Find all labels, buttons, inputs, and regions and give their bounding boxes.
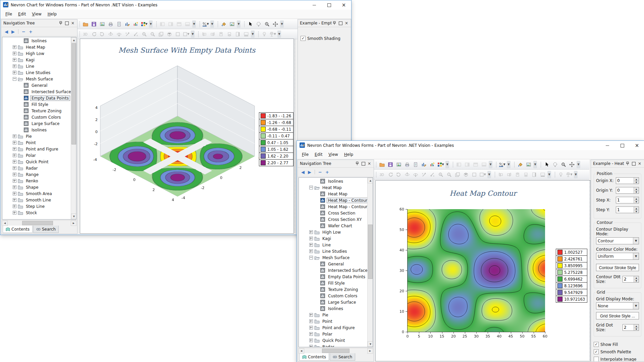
expand-icon[interactable] <box>13 71 16 74</box>
collapse-icon[interactable]: − <box>22 29 25 34</box>
pin-icon[interactable] <box>625 161 631 166</box>
close-panel-icon[interactable]: × <box>70 20 76 26</box>
toolbar-overflow-icon[interactable]: ▼ <box>574 171 578 178</box>
tree-item-heat-map-contour[interactable]: Heat Map - Contour <box>299 197 367 203</box>
expand-icon[interactable] <box>309 319 313 323</box>
expand-icon[interactable] <box>309 243 313 247</box>
expand-icon[interactable] <box>13 185 16 189</box>
zoom-select-icon[interactable] <box>263 20 271 28</box>
tree-item-shape[interactable]: Shape <box>2 184 71 190</box>
menu-edit[interactable]: Edit <box>15 10 29 18</box>
print-icon[interactable] <box>403 161 411 169</box>
tree-item-pie[interactable]: Pie <box>2 133 71 139</box>
lasso-icon[interactable] <box>254 20 263 28</box>
tree-item-wafer-chart[interactable]: Wafer Chart <box>299 223 367 229</box>
origin-y-stepper[interactable]: ▲▼ <box>616 187 639 194</box>
contour-color-mode-select[interactable]: Uniform ▼ <box>596 253 639 260</box>
tab-search[interactable]: Search <box>330 353 355 361</box>
close-panel-icon[interactable]: × <box>343 20 350 26</box>
expand-icon[interactable]: + <box>325 170 329 175</box>
lasso-icon[interactable] <box>551 161 559 169</box>
step-y-stepper[interactable]: ▲▼ <box>616 206 639 213</box>
float-icon[interactable] <box>631 161 637 166</box>
grid-stroke-style-button[interactable]: Grid Stroke Style ... <box>596 312 639 319</box>
splitter[interactable] <box>294 39 296 233</box>
expand-icon[interactable] <box>309 313 313 317</box>
toolbar-overflow-icon[interactable]: ▼ <box>445 161 449 168</box>
pan-icon[interactable] <box>271 20 279 28</box>
expand-icon[interactable]: + <box>29 29 33 34</box>
expand-icon[interactable] <box>13 141 16 144</box>
percent-icon[interactable]: ▼ <box>498 161 506 169</box>
tree-vscrollbar[interactable]: ▲▼ <box>71 37 76 219</box>
pin-icon[interactable] <box>354 161 360 166</box>
expand-icon[interactable] <box>309 249 313 253</box>
save-icon[interactable] <box>90 20 98 28</box>
toolbar-overflow-icon[interactable]: ▼ <box>489 161 492 168</box>
tab-search[interactable]: Search <box>33 226 59 233</box>
palette-icon[interactable]: ▼ <box>140 20 148 28</box>
float-icon[interactable] <box>64 20 70 26</box>
grid-dot-size-stepper[interactable]: ▲▼ <box>623 324 639 331</box>
pin-icon[interactable] <box>331 20 337 26</box>
tree-item-isolines[interactable]: Isolines <box>2 127 71 133</box>
tree-item-high-low[interactable]: High Low <box>299 229 367 235</box>
fill-bucket-icon[interactable] <box>516 161 524 169</box>
palette-icon[interactable]: ▼ <box>436 161 445 169</box>
back-icon[interactable]: ◀ <box>301 170 305 175</box>
tree-item-point-and-figure[interactable]: Point and Figure <box>299 324 367 331</box>
tree-item-line-studies[interactable]: Line Studies <box>2 69 71 76</box>
open-folder-icon[interactable] <box>378 161 386 169</box>
tab-contents[interactable]: Contents <box>299 353 329 361</box>
chart-wizard-icon[interactable] <box>131 20 140 28</box>
tree-hscrollbar[interactable]: ◀▶ <box>2 220 76 226</box>
tree-item-heat-map[interactable]: Heat Map <box>299 191 367 197</box>
toolbar-overflow-icon[interactable]: ▼ <box>192 20 196 28</box>
tree-item-stock[interactable]: Stock <box>2 209 71 216</box>
tree-item-pie[interactable]: Pie <box>299 312 367 318</box>
tab-contents[interactable]: Contents <box>3 226 33 233</box>
report-icon[interactable] <box>411 161 420 169</box>
tree-item-isolines[interactable]: Isolines <box>299 305 367 312</box>
toolbar-overflow-icon[interactable]: ▼ <box>547 171 551 178</box>
tree-item-quick-point[interactable]: Quick Point <box>299 337 367 344</box>
tree-item-point[interactable]: Point <box>299 318 367 324</box>
collapse-icon[interactable] <box>309 186 313 189</box>
minimize-button[interactable] <box>307 0 322 10</box>
tree-item-mesh-surface[interactable]: Mesh Surface <box>299 254 367 261</box>
percent-icon[interactable]: ▼ <box>201 20 210 28</box>
origin-x-stepper[interactable]: ▲▼ <box>616 177 639 184</box>
tree-item-smooth-line[interactable]: Smooth Line <box>2 197 71 203</box>
tree-item-general[interactable]: General <box>2 82 71 88</box>
menu-edit[interactable]: Edit <box>312 151 325 158</box>
expand-icon[interactable] <box>13 179 16 183</box>
tree-item-radar[interactable]: Radar <box>2 165 71 171</box>
print-icon[interactable] <box>106 20 115 28</box>
grid-display-mode-select[interactable]: None ▼ <box>596 302 639 309</box>
tree-item-texture-zoning[interactable]: Texture Zoning <box>2 108 71 114</box>
expand-icon[interactable] <box>13 52 16 55</box>
chart-edit-icon[interactable] <box>123 20 131 28</box>
expand-icon[interactable] <box>13 154 16 157</box>
menu-help[interactable]: Help <box>341 151 356 158</box>
save-icon[interactable] <box>386 161 394 169</box>
checkbox-smooth-shading[interactable]: ✓Smooth Shading <box>301 36 348 41</box>
toolbar-overflow-icon[interactable]: ▼ <box>210 20 214 28</box>
image-icon[interactable] <box>98 20 106 28</box>
checkbox-interpolate-image[interactable]: Interpolate Image <box>594 357 641 361</box>
maximize-button[interactable] <box>322 0 336 10</box>
titlebar[interactable]: Nevron Chart for Windows Forms - Part of… <box>297 141 644 150</box>
tree-item-quick-point[interactable]: Quick Point <box>2 159 71 165</box>
tree-item-kagi[interactable]: Kagi <box>299 235 367 242</box>
float-icon[interactable] <box>337 20 343 26</box>
expand-icon[interactable] <box>13 204 16 208</box>
tree-item-large-surface[interactable]: Large Surface <box>299 299 367 305</box>
collapse-icon[interactable] <box>13 77 16 81</box>
toolbar-overflow-icon[interactable]: ▼ <box>191 31 195 38</box>
expand-icon[interactable] <box>309 326 313 329</box>
fill-bucket-icon[interactable] <box>219 20 228 28</box>
tree-item-fill-style[interactable]: Fill Style <box>2 101 71 108</box>
image-icon[interactable] <box>394 161 403 169</box>
menu-file[interactable]: File <box>299 151 312 158</box>
tree-item-high-low[interactable]: High Low <box>2 50 71 57</box>
